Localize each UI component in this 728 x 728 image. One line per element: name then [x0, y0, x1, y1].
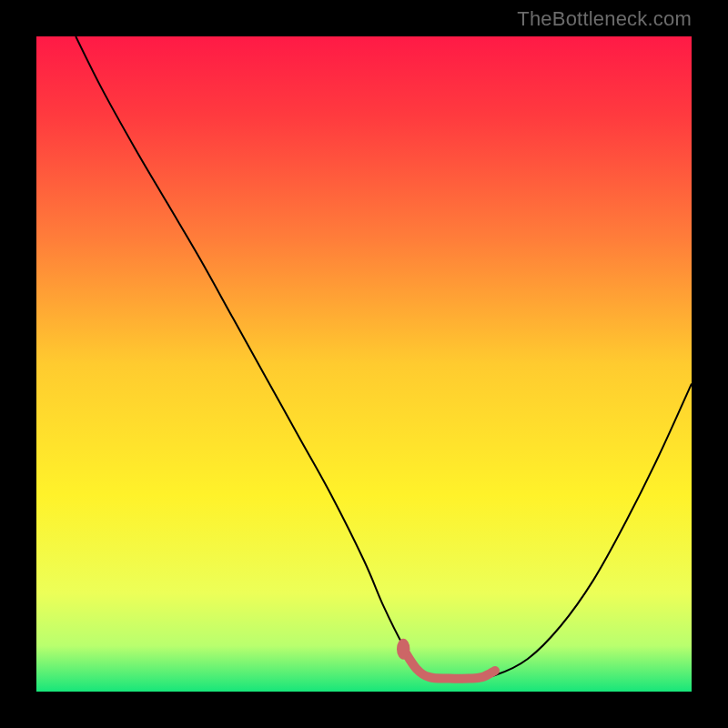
watermark-text: TheBottleneck.com [517, 7, 692, 31]
plot-area [36, 36, 692, 692]
marker-group [397, 639, 410, 660]
gradient-background [36, 36, 692, 692]
highlight-start-dot [397, 639, 410, 660]
chart-frame: TheBottleneck.com [0, 0, 728, 728]
chart-svg [36, 36, 692, 692]
